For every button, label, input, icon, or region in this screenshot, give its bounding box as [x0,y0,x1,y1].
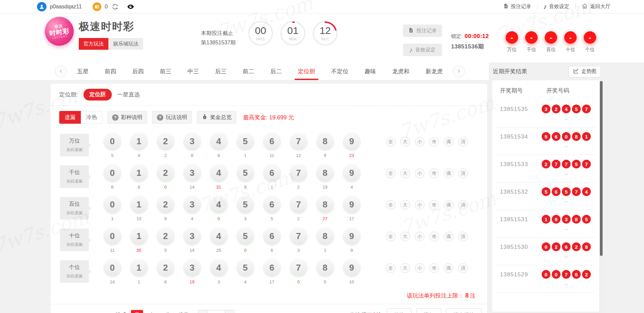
quick-奇-千位[interactable]: 奇 [429,168,439,178]
subplay-link[interactable]: 一星直选 [117,91,140,99]
tab-龙虎和[interactable]: 龙虎和 [384,63,417,80]
help-button-玩法说明[interactable]: ?玩法说明 [152,111,192,124]
digit-万位-8[interactable]: 89 [312,132,338,158]
quick-偶-十位[interactable]: 偶 [444,232,453,241]
digit-千位-8[interactable]: 819 [312,164,338,190]
digit-百位-3[interactable]: 34 [179,196,205,221]
position-value[interactable]: - [545,31,557,44]
tab-趣味[interactable]: 趣味 [357,63,384,80]
digit-个位-7[interactable]: 70 [285,259,312,284]
digit-个位-1[interactable]: 11 [126,259,152,284]
digit-十位-4[interactable]: 425 [205,227,232,253]
digit-万位-4[interactable]: 48 [205,132,232,158]
action-机选[interactable]: 机选 [387,308,412,313]
digit-个位-6[interactable]: 617 [259,259,285,284]
quick-小-百位[interactable]: 小 [415,200,425,210]
position-value[interactable]: - [506,31,518,44]
digit-千位-4[interactable]: 431 [205,164,232,190]
toggle-冷热[interactable]: 冷热 [81,111,102,124]
stepper-minus-button[interactable]: − [198,310,207,313]
digit-十位-7[interactable]: 73 [285,227,312,253]
digit-个位-9[interactable]: 910 [338,259,365,284]
quick-全-十位[interactable]: 全 [386,232,396,241]
digit-个位-4[interactable]: 43 [205,259,232,284]
digit-十位-0[interactable]: 011 [99,227,126,253]
mode-分[interactable]: 分 [162,310,174,313]
quick-全-个位[interactable]: 全 [386,263,396,273]
digit-千位-9[interactable]: 94 [338,164,365,190]
action-清空投注[interactable]: 清空投注 [446,308,482,313]
quick-全-万位[interactable]: 全 [386,137,396,147]
topbar-link-2[interactable]: 返回大厅 [582,3,610,10]
quick-清-百位[interactable]: 清 [458,200,468,210]
digit-万位-3[interactable]: 30 [179,132,205,158]
digit-十位-3[interactable]: 314 [179,227,205,253]
header-quick-button-1[interactable]: ♪音效设定 [403,44,442,56]
digit-个位-5[interactable]: 54 [232,259,259,284]
tab-中三[interactable]: 中三 [179,63,207,80]
quick-小-十位[interactable]: 小 [415,232,425,241]
digit-十位-5[interactable]: 50 [232,227,259,253]
tab-五星[interactable]: 五星 [69,63,97,80]
digit-百位-6[interactable]: 65 [259,196,285,221]
quick-清-个位[interactable]: 清 [458,263,468,273]
sidebar-scrollbar-thumb[interactable] [600,81,603,256]
quick-小-个位[interactable]: 小 [415,263,425,273]
tab-新龙虎[interactable]: 新龙虎 [417,63,451,80]
quick-偶-千位[interactable]: 偶 [444,168,453,178]
stepper-plus-button[interactable]: + [225,310,234,313]
digit-百位-4[interactable]: 40 [205,196,232,221]
quick-小-万位[interactable]: 小 [415,137,425,147]
quick-奇-十位[interactable]: 奇 [429,232,439,241]
position-value[interactable]: - [525,31,538,44]
eye-icon[interactable] [127,3,135,11]
toggle-遗漏[interactable]: 遗漏 [59,111,81,124]
digit-万位-1[interactable]: 14 [126,132,152,158]
digit-万位-5[interactable]: 51 [232,132,259,158]
tabs-prev-button[interactable]: ‹ [55,65,67,77]
tab-后二[interactable]: 后二 [262,63,290,80]
digit-个位-0[interactable]: 014 [99,259,126,284]
quick-奇-万位[interactable]: 奇 [429,137,439,147]
quick-大-个位[interactable]: 大 [400,263,410,273]
digit-百位-7[interactable]: 72 [285,196,312,221]
quick-偶-百位[interactable]: 偶 [444,200,453,210]
quick-大-千位[interactable]: 大 [400,168,410,178]
quick-大-十位[interactable]: 大 [400,232,410,241]
quick-全-千位[interactable]: 全 [386,168,396,178]
subplay-pill-active[interactable]: 定位胆 [83,89,112,101]
mode-角[interactable]: 角 [146,310,159,313]
quick-清-万位[interactable]: 清 [458,137,468,147]
digit-百位-9[interactable]: 917 [338,196,365,221]
user-avatar-icon[interactable] [37,2,46,11]
quick-清-十位[interactable]: 清 [458,232,468,241]
wallet-icon[interactable] [93,2,101,11]
quick-奇-百位[interactable]: 奇 [429,200,439,210]
digit-十位-2[interactable]: 25 [152,227,179,253]
quick-大-万位[interactable]: 大 [400,137,410,147]
digit-千位-6[interactable]: 61 [259,164,285,190]
tab-后四[interactable]: 后四 [124,63,152,80]
tab-前二[interactable]: 前二 [235,63,262,80]
digit-千位-0[interactable]: 06 [99,164,126,190]
digit-个位-8[interactable]: 85 [312,259,338,284]
play-mode-1[interactable]: 娱乐城玩法 [108,38,143,50]
digit-万位-2[interactable]: 22 [152,132,179,158]
quick-大-百位[interactable]: 大 [400,200,410,210]
digit-千位-1[interactable]: 18 [126,164,152,190]
topbar-link-1[interactable]: ♪音效设定 [544,3,570,10]
stepper-value[interactable]: 1 [207,310,225,313]
header-quick-button-0[interactable]: 投注记录 [403,25,442,37]
quick-清-千位[interactable]: 清 [458,168,468,178]
digit-百位-0[interactable]: 01 [99,196,126,221]
trend-chart-button[interactable]: 走势图 [569,66,601,77]
digit-十位-8[interactable]: 81 [312,227,338,253]
sidebar-scrollbar-track[interactable] [599,80,603,313]
digit-百位-1[interactable]: 110 [126,196,152,221]
tab-定位胆[interactable]: 定位胆 [290,63,323,80]
prize-overview-button[interactable]: $ 奖金总览 [197,111,236,124]
action-添加[interactable]: 添加 [416,308,441,313]
tab-后三[interactable]: 后三 [207,63,235,80]
position-value[interactable]: - [584,31,596,44]
digit-万位-6[interactable]: 611 [259,132,285,158]
